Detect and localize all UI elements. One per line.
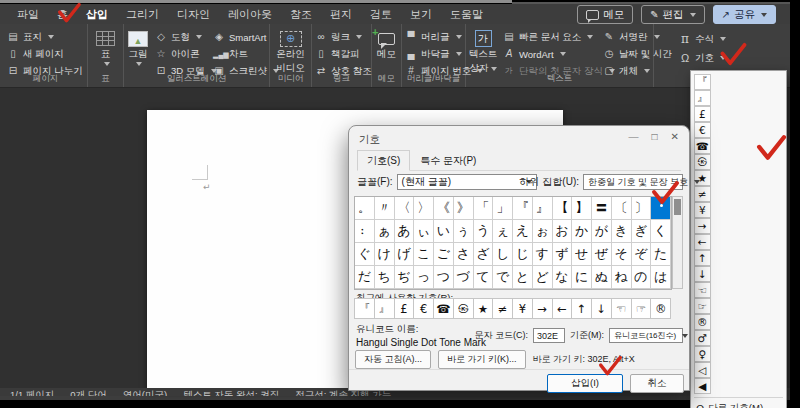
symbol-cell[interactable]: ぁ [375,220,395,243]
symbol-cell[interactable]: え [513,220,533,243]
recent-symbol-cell[interactable]: ↓ [591,298,612,319]
chart-button[interactable]: ▂▄▆ 차트 [210,47,270,61]
symbol-cell[interactable]: き [612,220,632,243]
language-indicator[interactable]: 영어(미국) [123,389,167,396]
gallery-symbol-cell[interactable]: ㉿ [694,154,711,170]
blank-page-button[interactable]: ▯ 새 페이지 [4,47,87,61]
menu-tab[interactable]: 보기 [401,4,441,24]
link-button[interactable]: ∞ 링크 [312,30,371,44]
symbol-cell[interactable]: ち [375,266,395,289]
symbol-cell[interactable]: 《 [434,197,454,220]
word-count[interactable]: 0개 단어 [70,389,106,396]
gallery-symbol-cell[interactable]: ◁ [694,362,711,378]
gallery-symbol-cell[interactable]: ® [694,314,711,330]
symbol-cell[interactable]: ぅ [454,220,474,243]
icons-button[interactable]: ☆ 아이콘 [152,47,210,61]
symbol-cell[interactable]: ね [612,266,632,289]
page-indicator[interactable]: 1/1 페이지 [10,389,54,396]
gallery-symbol-cell[interactable]: ≠ [694,186,711,202]
symbol-cell[interactable]: 〓 [592,197,612,220]
dialog-maximize-icon[interactable]: □ [652,131,658,142]
recent-symbol-cell[interactable]: → [532,298,553,319]
symbol-cell[interactable]: 〯 [355,220,375,243]
recent-symbol-cell[interactable]: ★ [473,298,494,319]
symbol-cell[interactable]: ぉ [533,220,553,243]
symbol-cell[interactable]: ぇ [493,220,513,243]
menu-tab[interactable]: 편지 [321,4,361,24]
scrollbar-thumb[interactable] [674,199,681,215]
comments-button[interactable]: 메모 [577,5,633,24]
symbol-cell[interactable]: 」 [493,197,513,220]
recent-symbol-cell[interactable]: ☜ [611,298,632,319]
recent-symbol-cell[interactable]: ☞ [631,298,652,319]
symbol-cell[interactable]: じ [513,243,533,266]
gallery-symbol-cell[interactable]: ♀ [694,346,711,362]
symbol-cell[interactable]: に [572,266,592,289]
text-predictions-indicator[interactable]: 텍스트 자동 완성: 켜짐 [183,389,279,396]
symbol-cell[interactable]: は [651,266,671,289]
date-time-button[interactable]: ◷ 날짜 및 시간 [600,47,652,61]
symbol-cell[interactable]: い [434,220,454,243]
gallery-symbol-cell[interactable]: ☜ [694,282,711,298]
symbol-cell[interactable]: ざ [474,243,494,266]
symbol-cell[interactable]: く [651,220,671,243]
symbol-cell[interactable]: し [493,243,513,266]
symbol-cell[interactable]: 。 [355,197,375,220]
dialog-close-icon[interactable]: ✕ [671,131,679,142]
gallery-symbol-cell[interactable]: ◀ [694,378,711,394]
char-code-input[interactable]: 302E [533,328,565,343]
menu-tab[interactable]: 파일 [8,4,48,24]
symbol-cell[interactable]: で [493,266,513,289]
symbol-cell[interactable]: つ [434,266,454,289]
bookmark-button[interactable]: ▯ 책갈피 [312,47,371,61]
menu-tab[interactable]: 검토 [361,4,401,24]
recent-symbol-cell[interactable]: £ [394,298,415,319]
symbol-cell[interactable]: っ [414,266,434,289]
more-symbols-menu-item[interactable]: Ω 다른 기호(M)... [694,397,783,408]
recent-symbol-cell[interactable]: ® [650,298,671,319]
header-button[interactable]: ▀ 머리글 [402,30,465,44]
subset-dropdown[interactable]: 한중일 기호 및 문장 부호 [583,174,683,190]
symbol-cell[interactable]: が [592,220,612,243]
symbol-cell[interactable]: す [533,243,553,266]
quick-parts-button[interactable]: ▤ 빠른 문서 요소 [500,30,600,44]
cancel-button[interactable]: 취소 [630,374,684,393]
gallery-symbol-cell[interactable]: → [694,218,711,234]
editing-button[interactable]: ✎ 편집 [641,5,704,24]
shapes-button[interactable]: ◇ 도형 [152,30,210,44]
gallery-symbol-cell[interactable]: € [694,122,711,138]
recent-symbol-cell[interactable]: ↑ [571,298,592,319]
symbol-cell[interactable]: の [632,266,652,289]
font-dropdown[interactable]: (현재 글꼴) [397,174,537,190]
gallery-symbol-cell[interactable]: £ [694,106,711,122]
symbol-cell[interactable]: 〈 [395,197,415,220]
symbol-cell[interactable]: て [474,266,494,289]
symbol-cell[interactable]: だ [355,266,375,289]
symbol-cell[interactable]: ず [553,243,573,266]
recent-symbol-cell[interactable]: 』 [374,298,395,319]
symbol-cell[interactable]: こ [414,243,434,266]
symbol-cell[interactable]: げ [395,243,415,266]
recent-symbol-cell[interactable]: ← [552,298,573,319]
gallery-symbol-cell[interactable]: 『 [694,74,711,90]
gallery-symbol-cell[interactable]: ↑ [694,250,711,266]
symbol-button[interactable]: Ω 기호 [676,51,790,65]
signature-line-button[interactable]: ✎ 서명란 [600,30,652,44]
symbol-cell[interactable]: 〉 [414,197,434,220]
menu-tab[interactable]: 레이아웃 [219,4,281,24]
share-button[interactable]: ↗ 공유 [713,5,776,24]
symbol-cell[interactable]: ぜ [592,243,612,266]
symbol-cell[interactable]: か [572,220,592,243]
symbol-cell[interactable]: ぃ [414,220,434,243]
menu-tab[interactable]: 참조 [281,4,321,24]
table-button[interactable]: 표 [88,24,123,66]
symbol-cell[interactable]: た [651,243,671,266]
symbol-cell[interactable]: ぞ [632,243,652,266]
footer-button[interactable]: ▄ 바닥글 [402,47,465,61]
symbol-cell[interactable]: う [474,220,494,243]
symbol-cell[interactable]: 》 [454,197,474,220]
tab-special-characters[interactable]: 특수 문자(P) [410,150,486,171]
symbol-cell[interactable]: お [553,220,573,243]
symbol-cell[interactable]: ぎ [632,220,652,243]
symbol-cell[interactable]: 】 [572,197,592,220]
